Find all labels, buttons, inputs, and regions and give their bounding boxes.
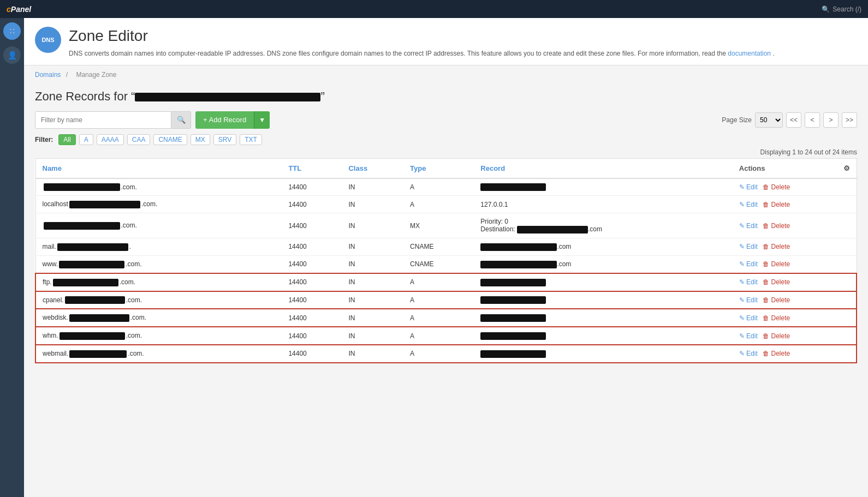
delete-button[interactable]: 🗑 Delete <box>763 278 790 286</box>
nav-last-button[interactable]: >> <box>842 112 857 128</box>
delete-button[interactable]: 🗑 Delete <box>763 201 790 208</box>
edit-button[interactable]: ✎ Edit <box>739 201 758 208</box>
content-area: Zone Records for “ ” 🔍 + Add Record ▼ <box>24 84 868 374</box>
toolbar-right: Page Size 50 10 25 100 << < > >> <box>722 112 857 128</box>
cell-type: A <box>403 345 474 363</box>
edit-button[interactable]: ✎ Edit <box>739 243 758 250</box>
filter-caa[interactable]: CAA <box>127 134 151 145</box>
filter-input[interactable] <box>35 111 171 129</box>
search-group: 🔍 <box>35 111 191 129</box>
delete-button[interactable]: 🗑 Delete <box>763 260 790 268</box>
edit-button[interactable]: ✎ Edit <box>739 350 758 357</box>
cell-record: .com <box>474 255 732 273</box>
add-record-group: + Add Record ▼ <box>195 111 270 129</box>
delete-button[interactable]: 🗑 Delete <box>763 222 790 230</box>
table-row: www. .com. 14400 IN CNAME .com ✎ Edit 🗑 … <box>35 255 857 273</box>
nav-first-button[interactable]: << <box>786 112 801 128</box>
page-size-select[interactable]: 50 10 25 100 <box>755 112 783 128</box>
col-class: Class <box>342 158 403 178</box>
cell-record <box>474 309 732 327</box>
records-table: Name TTL Class Type Record Actions ⚙ <box>35 158 857 363</box>
add-record-button[interactable]: + Add Record <box>195 111 254 129</box>
cell-type: A <box>403 327 474 345</box>
page-header: DNS Zone Editor DNS converts domain name… <box>24 18 868 65</box>
sidebar-apps-icon[interactable]: ∷ <box>3 22 21 40</box>
cell-type: A <box>403 291 474 309</box>
nav-next-button[interactable]: > <box>823 112 839 128</box>
nav-prev-button[interactable]: < <box>805 112 820 128</box>
cell-actions: ✎ Edit 🗑 Delete <box>733 178 857 196</box>
breadcrumb-domains[interactable]: Domains <box>35 71 61 79</box>
filter-mx[interactable]: MX <box>191 134 210 145</box>
delete-button[interactable]: 🗑 Delete <box>763 296 790 304</box>
cell-class: IN <box>342 213 403 238</box>
sidebar: ∷ 👤 <box>0 18 24 497</box>
filter-a[interactable]: A <box>79 134 93 145</box>
edit-button[interactable]: ✎ Edit <box>739 260 758 268</box>
cell-record <box>474 291 732 309</box>
cell-ttl: 14400 <box>282 255 342 273</box>
col-ttl[interactable]: TTL <box>282 158 342 178</box>
cell-actions: ✎ Edit 🗑 Delete <box>733 213 857 238</box>
cell-record: .com <box>474 238 732 256</box>
breadcrumb-separator: / <box>66 71 68 79</box>
search-button[interactable]: 🔍 <box>171 111 191 129</box>
cell-type: A <box>403 196 474 213</box>
sidebar-user-icon[interactable]: 👤 <box>3 46 21 64</box>
global-search[interactable]: 🔍 Search (/) <box>822 5 861 13</box>
col-type[interactable]: Type <box>403 158 474 178</box>
cell-class: IN <box>342 327 403 345</box>
layout: ∷ 👤 DNS Zone Editor DNS converts domain … <box>0 18 868 497</box>
search-icon-top: 🔍 <box>822 5 830 13</box>
cell-ttl: 14400 <box>282 178 342 196</box>
cell-name: .com. <box>35 178 282 196</box>
cell-class: IN <box>342 309 403 327</box>
cell-ttl: 14400 <box>282 309 342 327</box>
cell-name: ftp. .com. <box>35 273 282 291</box>
cpanel-logo: cPanel <box>7 5 31 14</box>
filter-cname[interactable]: CNAME <box>153 134 187 145</box>
edit-button[interactable]: ✎ Edit <box>739 183 758 191</box>
edit-button[interactable]: ✎ Edit <box>739 278 758 286</box>
cell-record <box>474 273 732 291</box>
table-row-highlighted: webdisk. .com. 14400 IN A ✎ Edit 🗑 Delet… <box>35 309 857 327</box>
cell-type: CNAME <box>403 238 474 256</box>
cell-type: MX <box>403 213 474 238</box>
cell-class: IN <box>342 196 403 213</box>
filter-all[interactable]: All <box>58 134 75 145</box>
documentation-link[interactable]: documentation <box>728 50 771 57</box>
cell-ttl: 14400 <box>282 345 342 363</box>
cell-name: www. .com. <box>35 255 282 273</box>
delete-button[interactable]: 🗑 Delete <box>763 183 790 191</box>
edit-button[interactable]: ✎ Edit <box>739 332 758 340</box>
delete-button[interactable]: 🗑 Delete <box>763 314 790 322</box>
cell-name: webdisk. .com. <box>35 309 282 327</box>
cell-name: webmail. .com. <box>35 345 282 363</box>
nav-left: cPanel <box>7 5 31 14</box>
breadcrumb: Domains / Manage Zone <box>24 65 868 84</box>
breadcrumb-current: Manage Zone <box>76 71 116 79</box>
cell-actions: ✎ Edit 🗑 Delete <box>733 291 857 309</box>
delete-button[interactable]: 🗑 Delete <box>763 332 790 340</box>
cell-record <box>474 327 732 345</box>
filter-txt[interactable]: TXT <box>240 134 262 145</box>
cell-class: IN <box>342 238 403 256</box>
gear-icon[interactable]: ⚙ <box>843 164 850 172</box>
edit-button[interactable]: ✎ Edit <box>739 222 758 230</box>
filter-aaaa[interactable]: AAAA <box>97 134 124 145</box>
cell-type: A <box>403 178 474 196</box>
delete-button[interactable]: 🗑 Delete <box>763 350 790 357</box>
cell-type: CNAME <box>403 255 474 273</box>
edit-button[interactable]: ✎ Edit <box>739 314 758 322</box>
page-title: Zone Editor <box>69 27 775 45</box>
filter-srv[interactable]: SRV <box>213 134 236 145</box>
table-row-highlighted: whm. .com. 14400 IN A ✎ Edit 🗑 Delete <box>35 327 857 345</box>
add-record-dropdown-button[interactable]: ▼ <box>254 111 270 129</box>
col-name[interactable]: Name <box>35 158 282 178</box>
cell-actions: ✎ Edit 🗑 Delete <box>733 238 857 256</box>
delete-button[interactable]: 🗑 Delete <box>763 243 790 250</box>
table-row: .com. 14400 IN MX Priority: 0 Destinatio… <box>35 213 857 238</box>
edit-button[interactable]: ✎ Edit <box>739 296 758 304</box>
filter-label: Filter: <box>35 136 53 143</box>
cell-ttl: 14400 <box>282 273 342 291</box>
